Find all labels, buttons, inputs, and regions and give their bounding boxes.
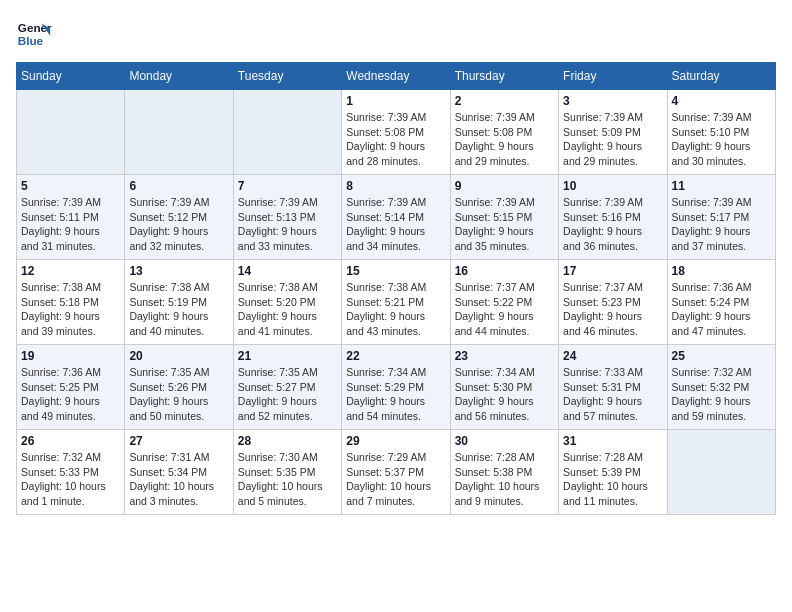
day-number: 23 <box>455 349 554 363</box>
day-header-monday: Monday <box>125 63 233 90</box>
day-info: Sunrise: 7:30 AM Sunset: 5:35 PM Dayligh… <box>238 450 337 509</box>
day-info: Sunrise: 7:39 AM Sunset: 5:13 PM Dayligh… <box>238 195 337 254</box>
calendar-week-row: 26Sunrise: 7:32 AM Sunset: 5:33 PM Dayli… <box>17 430 776 515</box>
day-number: 22 <box>346 349 445 363</box>
day-info: Sunrise: 7:35 AM Sunset: 5:26 PM Dayligh… <box>129 365 228 424</box>
day-info: Sunrise: 7:34 AM Sunset: 5:30 PM Dayligh… <box>455 365 554 424</box>
calendar-week-row: 1Sunrise: 7:39 AM Sunset: 5:08 PM Daylig… <box>17 90 776 175</box>
day-info: Sunrise: 7:32 AM Sunset: 5:32 PM Dayligh… <box>672 365 771 424</box>
calendar-cell: 28Sunrise: 7:30 AM Sunset: 5:35 PM Dayli… <box>233 430 341 515</box>
day-info: Sunrise: 7:39 AM Sunset: 5:12 PM Dayligh… <box>129 195 228 254</box>
calendar-header-row: SundayMondayTuesdayWednesdayThursdayFrid… <box>17 63 776 90</box>
day-number: 26 <box>21 434 120 448</box>
day-info: Sunrise: 7:38 AM Sunset: 5:19 PM Dayligh… <box>129 280 228 339</box>
calendar-cell: 22Sunrise: 7:34 AM Sunset: 5:29 PM Dayli… <box>342 345 450 430</box>
calendar-cell: 6Sunrise: 7:39 AM Sunset: 5:12 PM Daylig… <box>125 175 233 260</box>
day-header-sunday: Sunday <box>17 63 125 90</box>
calendar-cell: 7Sunrise: 7:39 AM Sunset: 5:13 PM Daylig… <box>233 175 341 260</box>
day-info: Sunrise: 7:36 AM Sunset: 5:25 PM Dayligh… <box>21 365 120 424</box>
day-number: 30 <box>455 434 554 448</box>
day-number: 6 <box>129 179 228 193</box>
day-number: 16 <box>455 264 554 278</box>
logo: General Blue <box>16 16 52 52</box>
day-info: Sunrise: 7:38 AM Sunset: 5:18 PM Dayligh… <box>21 280 120 339</box>
calendar-cell: 12Sunrise: 7:38 AM Sunset: 5:18 PM Dayli… <box>17 260 125 345</box>
day-number: 12 <box>21 264 120 278</box>
calendar-cell: 31Sunrise: 7:28 AM Sunset: 5:39 PM Dayli… <box>559 430 667 515</box>
day-number: 20 <box>129 349 228 363</box>
calendar-week-row: 5Sunrise: 7:39 AM Sunset: 5:11 PM Daylig… <box>17 175 776 260</box>
day-number: 18 <box>672 264 771 278</box>
day-number: 4 <box>672 94 771 108</box>
calendar-week-row: 19Sunrise: 7:36 AM Sunset: 5:25 PM Dayli… <box>17 345 776 430</box>
day-info: Sunrise: 7:39 AM Sunset: 5:17 PM Dayligh… <box>672 195 771 254</box>
day-number: 31 <box>563 434 662 448</box>
calendar-cell: 11Sunrise: 7:39 AM Sunset: 5:17 PM Dayli… <box>667 175 775 260</box>
calendar-table: SundayMondayTuesdayWednesdayThursdayFrid… <box>16 62 776 515</box>
day-info: Sunrise: 7:39 AM Sunset: 5:10 PM Dayligh… <box>672 110 771 169</box>
day-number: 21 <box>238 349 337 363</box>
calendar-cell: 26Sunrise: 7:32 AM Sunset: 5:33 PM Dayli… <box>17 430 125 515</box>
calendar-header: General Blue <box>16 16 776 52</box>
day-info: Sunrise: 7:34 AM Sunset: 5:29 PM Dayligh… <box>346 365 445 424</box>
day-info: Sunrise: 7:39 AM Sunset: 5:15 PM Dayligh… <box>455 195 554 254</box>
day-number: 9 <box>455 179 554 193</box>
day-number: 17 <box>563 264 662 278</box>
day-header-tuesday: Tuesday <box>233 63 341 90</box>
svg-text:Blue: Blue <box>18 34 44 47</box>
day-info: Sunrise: 7:32 AM Sunset: 5:33 PM Dayligh… <box>21 450 120 509</box>
calendar-cell: 5Sunrise: 7:39 AM Sunset: 5:11 PM Daylig… <box>17 175 125 260</box>
day-number: 5 <box>21 179 120 193</box>
day-info: Sunrise: 7:35 AM Sunset: 5:27 PM Dayligh… <box>238 365 337 424</box>
day-header-wednesday: Wednesday <box>342 63 450 90</box>
day-number: 13 <box>129 264 228 278</box>
day-info: Sunrise: 7:33 AM Sunset: 5:31 PM Dayligh… <box>563 365 662 424</box>
calendar-cell <box>233 90 341 175</box>
day-info: Sunrise: 7:36 AM Sunset: 5:24 PM Dayligh… <box>672 280 771 339</box>
day-number: 10 <box>563 179 662 193</box>
calendar-cell <box>125 90 233 175</box>
day-info: Sunrise: 7:37 AM Sunset: 5:22 PM Dayligh… <box>455 280 554 339</box>
calendar-cell: 24Sunrise: 7:33 AM Sunset: 5:31 PM Dayli… <box>559 345 667 430</box>
day-number: 24 <box>563 349 662 363</box>
day-info: Sunrise: 7:39 AM Sunset: 5:11 PM Dayligh… <box>21 195 120 254</box>
calendar-cell: 29Sunrise: 7:29 AM Sunset: 5:37 PM Dayli… <box>342 430 450 515</box>
day-info: Sunrise: 7:38 AM Sunset: 5:21 PM Dayligh… <box>346 280 445 339</box>
calendar-cell: 25Sunrise: 7:32 AM Sunset: 5:32 PM Dayli… <box>667 345 775 430</box>
day-number: 1 <box>346 94 445 108</box>
day-number: 27 <box>129 434 228 448</box>
day-number: 15 <box>346 264 445 278</box>
calendar-cell: 15Sunrise: 7:38 AM Sunset: 5:21 PM Dayli… <box>342 260 450 345</box>
calendar-cell: 17Sunrise: 7:37 AM Sunset: 5:23 PM Dayli… <box>559 260 667 345</box>
calendar-cell: 23Sunrise: 7:34 AM Sunset: 5:30 PM Dayli… <box>450 345 558 430</box>
calendar-cell: 19Sunrise: 7:36 AM Sunset: 5:25 PM Dayli… <box>17 345 125 430</box>
day-info: Sunrise: 7:39 AM Sunset: 5:14 PM Dayligh… <box>346 195 445 254</box>
day-header-thursday: Thursday <box>450 63 558 90</box>
day-info: Sunrise: 7:31 AM Sunset: 5:34 PM Dayligh… <box>129 450 228 509</box>
day-header-friday: Friday <box>559 63 667 90</box>
day-info: Sunrise: 7:39 AM Sunset: 5:08 PM Dayligh… <box>455 110 554 169</box>
calendar-week-row: 12Sunrise: 7:38 AM Sunset: 5:18 PM Dayli… <box>17 260 776 345</box>
day-info: Sunrise: 7:38 AM Sunset: 5:20 PM Dayligh… <box>238 280 337 339</box>
day-number: 14 <box>238 264 337 278</box>
calendar-cell: 4Sunrise: 7:39 AM Sunset: 5:10 PM Daylig… <box>667 90 775 175</box>
calendar-body: 1Sunrise: 7:39 AM Sunset: 5:08 PM Daylig… <box>17 90 776 515</box>
calendar-cell: 18Sunrise: 7:36 AM Sunset: 5:24 PM Dayli… <box>667 260 775 345</box>
calendar-cell: 10Sunrise: 7:39 AM Sunset: 5:16 PM Dayli… <box>559 175 667 260</box>
day-number: 3 <box>563 94 662 108</box>
calendar-cell: 30Sunrise: 7:28 AM Sunset: 5:38 PM Dayli… <box>450 430 558 515</box>
calendar-cell: 8Sunrise: 7:39 AM Sunset: 5:14 PM Daylig… <box>342 175 450 260</box>
calendar-cell: 13Sunrise: 7:38 AM Sunset: 5:19 PM Dayli… <box>125 260 233 345</box>
calendar-cell: 3Sunrise: 7:39 AM Sunset: 5:09 PM Daylig… <box>559 90 667 175</box>
logo-icon: General Blue <box>16 16 52 52</box>
calendar-cell: 16Sunrise: 7:37 AM Sunset: 5:22 PM Dayli… <box>450 260 558 345</box>
day-number: 19 <box>21 349 120 363</box>
calendar-cell: 20Sunrise: 7:35 AM Sunset: 5:26 PM Dayli… <box>125 345 233 430</box>
calendar-cell: 9Sunrise: 7:39 AM Sunset: 5:15 PM Daylig… <box>450 175 558 260</box>
calendar-cell <box>667 430 775 515</box>
day-info: Sunrise: 7:39 AM Sunset: 5:08 PM Dayligh… <box>346 110 445 169</box>
day-number: 28 <box>238 434 337 448</box>
calendar-cell: 1Sunrise: 7:39 AM Sunset: 5:08 PM Daylig… <box>342 90 450 175</box>
day-number: 11 <box>672 179 771 193</box>
day-info: Sunrise: 7:39 AM Sunset: 5:09 PM Dayligh… <box>563 110 662 169</box>
